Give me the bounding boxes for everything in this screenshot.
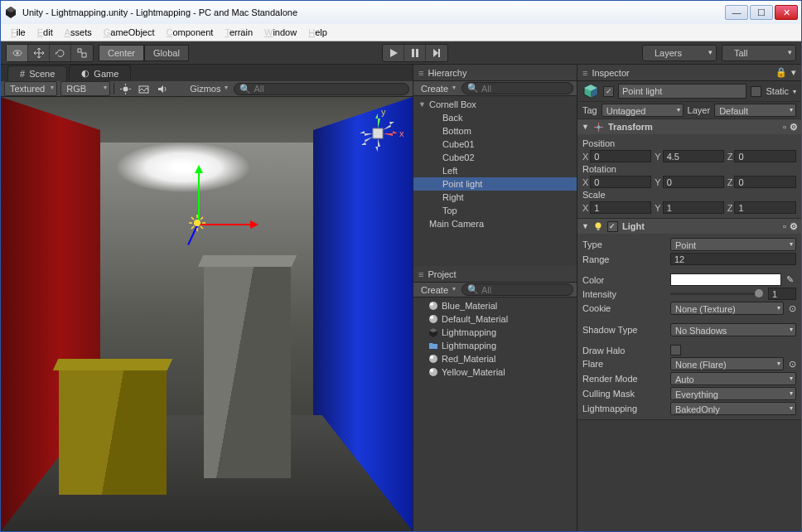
- cullmask-dropdown[interactable]: Everything: [670, 387, 796, 400]
- skybox-toggle-button[interactable]: [136, 82, 151, 95]
- project-item[interactable]: Yellow_Material: [413, 365, 577, 379]
- hierarchy-item[interactable]: ▼Cornell Box: [413, 98, 577, 111]
- rotate-tool-button[interactable]: [50, 45, 71, 61]
- menu-terrain[interactable]: Terrain: [220, 26, 258, 39]
- layers-dropdown[interactable]: Layers: [642, 45, 717, 61]
- pos-y-field[interactable]: 4.5: [663, 150, 724, 162]
- maximize-button[interactable]: ☐: [750, 5, 773, 20]
- scl-y-field[interactable]: 1: [663, 201, 724, 214]
- gizmos-dropdown[interactable]: Gizmos: [186, 82, 230, 95]
- rot-z-field[interactable]: 0: [734, 176, 796, 188]
- project-create-dropdown[interactable]: Create: [417, 283, 458, 297]
- step-button[interactable]: [426, 45, 447, 61]
- shading-dropdown[interactable]: Textured: [4, 81, 57, 96]
- close-button[interactable]: ✕: [775, 5, 798, 20]
- project-item[interactable]: Red_Material: [413, 352, 577, 365]
- intensity-field[interactable]: 1: [768, 288, 796, 300]
- hierarchy-item[interactable]: Left: [413, 164, 577, 177]
- hierarchy-item[interactable]: Cube01: [413, 138, 577, 151]
- help-icon[interactable]: ▫: [783, 221, 786, 232]
- project-item[interactable]: Lightmapping: [413, 339, 577, 352]
- scl-z-field[interactable]: 1: [734, 201, 796, 214]
- menu-component[interactable]: Component: [162, 26, 219, 39]
- lightmapping-dropdown[interactable]: BakedOnly: [670, 402, 796, 415]
- titlebar[interactable]: Unity - Lightmapping.unity - Lightmappin…: [1, 1, 801, 24]
- hierarchy-header[interactable]: Hierarchy: [413, 65, 577, 81]
- pos-z-field[interactable]: 0: [734, 150, 796, 162]
- pause-button[interactable]: [404, 45, 426, 61]
- project-item[interactable]: Blue_Material: [413, 299, 577, 312]
- inspector-lock-icon[interactable]: 🔒: [775, 67, 787, 78]
- cookie-field[interactable]: None (Texture): [670, 302, 784, 315]
- light-header[interactable]: ▼ ✓ Light ▫⚙: [577, 219, 801, 234]
- project-item[interactable]: Lightmapping: [413, 326, 577, 339]
- hierarchy-create-dropdown[interactable]: Create: [417, 82, 458, 95]
- pos-x-field[interactable]: 0: [590, 150, 651, 162]
- light-toggle-button[interactable]: [118, 82, 133, 95]
- hierarchy-item[interactable]: Back: [413, 111, 577, 124]
- hierarchy-search-input[interactable]: 🔍All: [461, 82, 573, 94]
- play-button[interactable]: [383, 45, 404, 61]
- hierarchy-item[interactable]: Point light: [413, 177, 577, 191]
- minimize-button[interactable]: —: [725, 5, 748, 20]
- layout-dropdown[interactable]: Tall: [722, 45, 796, 61]
- scene-search-input[interactable]: 🔍All: [234, 83, 409, 95]
- inspector-menu-icon[interactable]: ▾: [791, 67, 796, 78]
- range-field[interactable]: 12: [670, 253, 796, 265]
- flare-field[interactable]: None (Flare): [670, 357, 784, 370]
- hierarchy-item[interactable]: Top: [413, 204, 577, 217]
- orientation-gizmo[interactable]: y x: [348, 104, 406, 162]
- object-picker-icon[interactable]: ⊙: [789, 359, 796, 370]
- project-search-input[interactable]: 🔍All: [461, 283, 573, 296]
- tag-dropdown[interactable]: Untagged: [602, 104, 684, 117]
- hierarchy-item[interactable]: Main Camera: [413, 217, 577, 230]
- color-swatch[interactable]: [670, 273, 781, 286]
- light-type-dropdown[interactable]: Point: [670, 238, 796, 251]
- hand-tool-button[interactable]: [7, 45, 28, 61]
- drawhalo-checkbox[interactable]: [670, 345, 681, 355]
- light-enabled-checkbox[interactable]: ✓: [607, 221, 618, 232]
- menu-file[interactable]: File: [6, 26, 31, 39]
- svg-marker-34: [383, 122, 394, 130]
- hierarchy-tree[interactable]: ▼Cornell BoxBackBottomCube01Cube02LeftPo…: [413, 96, 577, 266]
- inspector-header[interactable]: Inspector 🔒 ▾: [577, 65, 801, 81]
- rendermode-dropdown[interactable]: RGB: [60, 81, 110, 96]
- menu-window[interactable]: Window: [259, 26, 302, 39]
- project-tree[interactable]: Blue_MaterialDefault_MaterialLightmappin…: [413, 297, 577, 531]
- tab-scene[interactable]: # Scene: [7, 65, 67, 81]
- scene-icon: #: [20, 69, 25, 79]
- static-checkbox[interactable]: [751, 86, 761, 97]
- scene-viewport[interactable]: y x: [1, 97, 413, 531]
- move-tool-button[interactable]: [28, 45, 50, 61]
- hierarchy-item[interactable]: Right: [413, 191, 577, 204]
- intensity-slider[interactable]: [670, 293, 763, 295]
- shadow-dropdown[interactable]: No Shadows: [670, 323, 796, 336]
- transform-header[interactable]: ▼ Transform ▫⚙: [577, 119, 801, 134]
- scale-tool-button[interactable]: [71, 45, 93, 61]
- hierarchy-item[interactable]: Bottom: [413, 124, 577, 138]
- project-header[interactable]: Project: [413, 266, 577, 283]
- pivot-center-button[interactable]: Center: [99, 45, 144, 61]
- static-dropdown-icon[interactable]: ▾: [793, 88, 796, 95]
- tab-game[interactable]: ◐ Game: [69, 65, 131, 81]
- gear-icon[interactable]: ⚙: [790, 221, 798, 232]
- menu-edit[interactable]: Edit: [32, 26, 58, 39]
- object-picker-icon[interactable]: ⊙: [789, 303, 796, 314]
- rendermode-dropdown[interactable]: Auto: [670, 372, 796, 385]
- hierarchy-item[interactable]: Cube02: [413, 151, 577, 164]
- menu-gameobject[interactable]: GameObject: [99, 26, 160, 39]
- gear-icon[interactable]: ⚙: [790, 122, 798, 133]
- menu-help[interactable]: Help: [303, 26, 332, 39]
- pivot-global-button[interactable]: Global: [144, 45, 189, 61]
- audio-toggle-button[interactable]: [154, 82, 169, 95]
- menu-assets[interactable]: Assets: [60, 26, 97, 39]
- project-item[interactable]: Default_Material: [413, 312, 577, 326]
- help-icon[interactable]: ▫: [783, 122, 786, 133]
- layer-dropdown[interactable]: Default: [714, 104, 796, 117]
- eyedropper-icon[interactable]: ✎: [786, 274, 796, 285]
- rot-y-field[interactable]: 0: [663, 176, 724, 188]
- scl-x-field[interactable]: 1: [590, 201, 651, 214]
- rot-x-field[interactable]: 0: [590, 176, 651, 188]
- gameobject-name-field[interactable]: Point light: [618, 84, 746, 99]
- gameobject-active-checkbox[interactable]: ✓: [603, 86, 614, 97]
